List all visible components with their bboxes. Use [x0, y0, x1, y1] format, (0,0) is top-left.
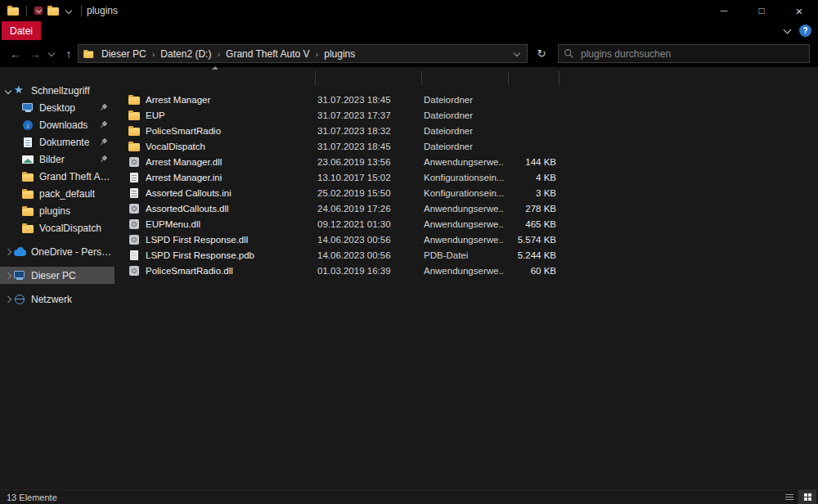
breadcrumb-item[interactable]: Daten2 (D:)	[157, 48, 214, 60]
file-modified-date: 09.12.2021 01:30	[317, 219, 424, 229]
ribbon-tab-ansicht[interactable]	[98, 21, 123, 40]
sidebar-item-grand-theft-auto-v[interactable]: Grand Theft Auto V	[0, 168, 115, 185]
ribbon-expand-chevron-icon[interactable]	[784, 27, 791, 34]
search-icon	[564, 48, 574, 59]
help-button[interactable]: ?	[799, 25, 811, 37]
sidebar-item-dokumente[interactable]: Dokumente	[0, 133, 115, 151]
file-size: 4 KB	[504, 173, 558, 182]
sidebar-item-pack-default[interactable]: pack_default	[0, 185, 115, 202]
file-row-arrest-manager-ini[interactable]: Arrest Manager.ini 13.10.2017 15:02 Konf…	[115, 169, 818, 185]
qat-new-folder-icon[interactable]	[47, 5, 61, 16]
file-name: Arrest Manager.ini	[146, 173, 317, 182]
file-modified-date: 31.07.2023 18:45	[317, 95, 424, 105]
file-row-eupmenu-dll[interactable]: EUPMenu.dll 09.12.2021 01:30 Anwendungse…	[115, 216, 818, 232]
file-row-policesmartradio[interactable]: PoliceSmartRadio 31.07.2023 18:32 Dateio…	[115, 123, 818, 138]
computer-icon	[13, 270, 28, 281]
large-icons-view-button[interactable]	[798, 490, 816, 504]
back-button[interactable]: ←	[5, 40, 26, 67]
pin-icon	[98, 119, 109, 130]
address-dropdown-chevron-icon[interactable]	[509, 45, 524, 62]
breadcrumb-item[interactable]: plugins	[321, 48, 358, 60]
file-modified-date: 31.07.2023 18:45	[317, 142, 424, 151]
sidebar-item-netzwerk[interactable]: Netzwerk	[0, 290, 115, 308]
expander-chevron-icon[interactable]	[3, 271, 13, 281]
file-name: Assorted Callouts.ini	[146, 188, 317, 198]
sidebar-item-desktop[interactable]: Desktop	[0, 99, 115, 116]
recent-locations-chevron-icon[interactable]	[44, 40, 57, 67]
ribbon-tab-datei[interactable]: Datei	[2, 21, 41, 40]
file-size: 144 KB	[504, 157, 558, 167]
sort-ascending-icon	[212, 66, 218, 70]
ini-icon	[128, 187, 141, 199]
sidebar-item-bilder[interactable]: Bilder	[0, 151, 115, 168]
expander-chevron-icon[interactable]	[3, 86, 13, 96]
qat-customize-chevron-icon[interactable]	[65, 7, 72, 14]
titlebar-divider	[81, 6, 82, 16]
address-bar[interactable]: Dieser PC Daten2 (D:) Grand Theft Auto V…	[78, 44, 528, 63]
folder-icon	[21, 223, 36, 234]
dll-icon	[128, 203, 141, 214]
refresh-button[interactable]: ↻	[532, 44, 551, 63]
breadcrumb-chevron-icon[interactable]	[214, 49, 222, 59]
file-row-eup[interactable]: EUP 31.07.2023 17:37 Dateiordner	[115, 107, 818, 123]
network-icon	[13, 294, 28, 305]
file-type: PDB-Datei	[424, 250, 504, 260]
file-type: Anwendungserwe...	[424, 204, 504, 214]
up-button[interactable]: ↑	[59, 40, 79, 67]
file-name: AssortedCallouts.dll	[146, 204, 317, 214]
sidebar-item-label: Downloads	[39, 119, 88, 131]
maximize-button[interactable]: □	[743, 0, 780, 21]
file-row-assorted-callouts-ini[interactable]: Assorted Callouts.ini 25.02.2019 15:50 K…	[115, 185, 818, 200]
sidebar-item-schnellzugriff[interactable]: Schnellzugriff	[0, 82, 115, 99]
file-size: 465 KB	[504, 219, 558, 229]
breadcrumb-chevron-icon[interactable]	[313, 49, 321, 59]
file-size: 5.244 KB	[504, 250, 558, 260]
minimize-button[interactable]: ─	[705, 0, 743, 21]
file-type: Dateiordner	[424, 126, 504, 136]
file-name: VocalDispatch	[146, 142, 317, 151]
qat-properties-icon[interactable]	[32, 5, 47, 16]
sidebar-item-onedrive-personal[interactable]: OneDrive - Personal	[0, 243, 115, 260]
ribbon-tab-freigeben[interactable]	[74, 21, 98, 40]
sidebar-item-label: Schnellzugriff	[31, 85, 90, 97]
search-box[interactable]	[558, 44, 810, 63]
details-view-button[interactable]	[780, 490, 798, 504]
ribbon-tab-start[interactable]	[49, 21, 74, 40]
column-header-nderungsdatum[interactable]	[316, 71, 422, 85]
details-view-icon	[785, 494, 793, 501]
sidebar-item-label: Desktop	[39, 102, 75, 114]
file-row-vocaldispatch[interactable]: VocalDispatch 31.07.2023 18:45 Dateiordn…	[115, 138, 818, 154]
sidebar-item-vocaldispatch[interactable]: VocalDispatch	[0, 219, 115, 236]
sidebar-item-downloads[interactable]: Downloads	[0, 116, 115, 133]
file-row-assortedcallouts-dll[interactable]: AssortedCallouts.dll 24.06.2019 17:26 An…	[115, 200, 818, 216]
dll-icon	[128, 218, 141, 230]
file-row-policesmartradio-dll[interactable]: PoliceSmartRadio.dll 01.03.2019 16:39 An…	[115, 263, 818, 278]
file-modified-date: 14.06.2023 00:56	[317, 235, 424, 245]
file-type: Dateiordner	[424, 110, 504, 120]
file-row-lspd-first-response-dll[interactable]: LSPD First Response.dll 14.06.2023 00:56…	[115, 232, 818, 247]
forward-button[interactable]: →	[26, 40, 44, 67]
search-input[interactable]	[579, 47, 804, 61]
column-header-gr-e[interactable]	[509, 71, 560, 85]
breadcrumb-item[interactable]: Grand Theft Auto V	[222, 48, 313, 60]
close-button[interactable]: ×	[780, 0, 818, 21]
sidebar-item-dieser-pc[interactable]: Dieser PC	[0, 267, 115, 284]
breadcrumb-chevron-icon[interactable]	[150, 49, 158, 59]
large-icons-view-icon	[804, 493, 807, 497]
breadcrumb-segment-daten2-d: Daten2 (D:)	[157, 48, 222, 60]
window-controls: ─ □ ×	[705, 0, 818, 21]
expander-chevron-icon[interactable]	[3, 295, 13, 304]
file-name: Arrest Manager.dll	[146, 157, 317, 167]
sidebar-item-plugins[interactable]: plugins	[0, 202, 115, 219]
column-header-typ[interactable]	[422, 71, 509, 85]
file-row-arrest-manager-dll[interactable]: Arrest Manager.dll 23.06.2019 13:56 Anwe…	[115, 154, 818, 169]
file-modified-date: 31.07.2023 17:37	[317, 110, 424, 120]
breadcrumb-item[interactable]: Dieser PC	[98, 48, 150, 60]
file-name: PoliceSmartRadio	[146, 126, 317, 136]
breadcrumb-segment-dieser-pc: Dieser PC	[98, 48, 157, 60]
expander-chevron-icon[interactable]	[3, 247, 13, 257]
column-header-name[interactable]	[115, 71, 316, 85]
file-row-arrest-manager[interactable]: Arrest Manager 31.07.2023 18:45 Dateiord…	[115, 92, 818, 107]
file-row-lspd-first-response-pdb[interactable]: LSPD First Response.pdb 14.06.2023 00:56…	[115, 247, 818, 263]
file-type: Dateiordner	[424, 95, 504, 105]
